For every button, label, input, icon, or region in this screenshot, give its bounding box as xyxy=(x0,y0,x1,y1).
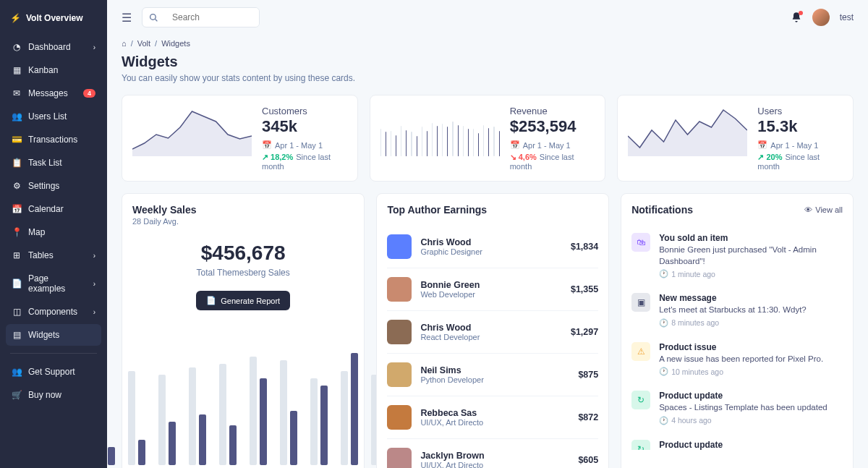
home-icon[interactable]: ⌂ xyxy=(122,39,127,48)
author-role: Python Developer xyxy=(420,375,569,384)
cart-icon: 🛒 xyxy=(12,390,22,400)
author-row[interactable]: Jacklyn Brown UI/UX, Art Directo $605 xyxy=(387,439,598,468)
svg-point-0 xyxy=(150,14,156,20)
cal-icon: 📅 xyxy=(12,204,22,214)
sidebar-item-map[interactable]: 📍 Map xyxy=(6,221,101,243)
author-amount: $875 xyxy=(578,370,598,380)
topbar: ☰ test xyxy=(107,0,868,35)
nav-label: Widgets xyxy=(28,330,59,340)
clock-icon: 🕐 xyxy=(659,318,668,328)
sidebar-item-task-list[interactable]: 📋 Task List xyxy=(6,152,101,174)
weekly-bar xyxy=(158,375,176,465)
author-row[interactable]: Chris Wood Graphic Designer $1,834 xyxy=(387,226,598,268)
sidebar-item-settings[interactable]: ⚙ Settings xyxy=(6,175,101,197)
menu-toggle-icon[interactable]: ☰ xyxy=(122,11,132,25)
nav-label: Transactions xyxy=(28,135,77,145)
calendar-icon: 📅 xyxy=(510,140,520,150)
notification-desc: Let's meet at Starbucks at 11:30. Wdyt? xyxy=(659,305,807,316)
weekly-bar xyxy=(250,357,267,465)
view-all-link[interactable]: 👁 View all xyxy=(804,205,843,214)
bolt-icon: ⚡ xyxy=(10,13,21,23)
sidebar-item-widgets[interactable]: ▤ Widgets xyxy=(6,324,101,346)
chevron-right-icon: › xyxy=(93,308,95,316)
sidebar-item-components[interactable]: ◫ Components › xyxy=(6,301,101,323)
notifications-title: Notifications xyxy=(631,204,693,216)
breadcrumb-page: Widgets xyxy=(161,39,190,48)
nav-footer: 👥 Get Support 🛒 Buy now xyxy=(6,361,101,406)
generate-report-button[interactable]: 📄 Generate Report xyxy=(196,291,290,310)
notification-row[interactable]: ↻ Product update Volt - Admin Dashboard … xyxy=(631,433,838,450)
nav-label: Task List xyxy=(28,158,62,168)
sidebar-item-users-list[interactable]: 👥 Users List xyxy=(6,106,101,127)
chevron-right-icon: › xyxy=(93,252,95,260)
sidebar-item-get-support[interactable]: 👥 Get Support xyxy=(6,361,101,383)
author-role: Graphic Designer xyxy=(420,247,562,256)
author-row[interactable]: Rebbeca Sas UI/UX, Art Directo $872 xyxy=(387,396,598,439)
author-role: React Developer xyxy=(420,333,562,341)
weekly-bar xyxy=(128,371,145,465)
notification-row[interactable]: 🛍 You sold an item Bonnie Green just pur… xyxy=(631,226,838,286)
sidebar-item-buy-now[interactable]: 🛒 Buy now xyxy=(6,384,101,406)
sales-amount: $456,678 xyxy=(132,242,354,265)
notification-time: 🕐 4 hours ago xyxy=(659,416,827,425)
notification-icon: ↻ xyxy=(631,391,650,409)
author-avatar xyxy=(387,362,412,387)
notification-title: Product update xyxy=(659,440,815,450)
clock-icon: 🕐 xyxy=(659,416,668,425)
sidebar-item-kanban[interactable]: ▦ Kanban xyxy=(6,59,101,81)
stat-value: 15.3k xyxy=(757,117,843,136)
page-title: Widgets xyxy=(122,54,854,70)
author-row[interactable]: Bonnie Green Web Developer $1,355 xyxy=(387,268,598,311)
author-role: Web Developer xyxy=(420,290,562,299)
author-row[interactable]: Chris Wood React Developer $1,297 xyxy=(387,311,598,354)
users-icon: 👥 xyxy=(12,111,22,122)
authors-title: Top Author Earnings xyxy=(387,204,487,216)
nav-label: Calendar xyxy=(28,204,64,214)
nav-label: Dashboard xyxy=(28,42,71,52)
search-icon[interactable] xyxy=(142,9,165,27)
author-amount: $1,834 xyxy=(571,242,598,252)
nav-label: Get Support xyxy=(28,367,75,377)
card-icon: 💳 xyxy=(12,135,22,145)
sidebar-item-calendar[interactable]: 📅 Calendar xyxy=(6,198,101,220)
nav-label: Buy now xyxy=(28,390,61,400)
weekly-bar xyxy=(341,353,358,465)
weekly-bar xyxy=(219,364,237,465)
notification-title: Product issue xyxy=(659,342,823,352)
sidebar-item-messages[interactable]: ✉ Messages 4 xyxy=(6,82,101,104)
nav: ◔ Dashboard ›▦ Kanban ✉ Messages 4 👥 Use… xyxy=(6,36,101,346)
notification-row[interactable]: ▣ New message Let's meet at Starbucks at… xyxy=(631,286,838,335)
author-avatar xyxy=(387,277,412,302)
search-input[interactable] xyxy=(165,8,259,27)
author-avatar xyxy=(387,448,412,468)
nav-badge: 4 xyxy=(83,89,95,98)
author-name: Rebbeca Sas xyxy=(420,408,569,418)
notifications-icon[interactable] xyxy=(791,12,802,23)
author-row[interactable]: Neil Sims Python Developer $875 xyxy=(387,354,598,396)
author-name: Chris Wood xyxy=(420,237,562,247)
calendar-icon: 📅 xyxy=(757,140,767,150)
notification-desc: A new issue has been reported for Pixel … xyxy=(659,354,823,365)
chevron-right-icon: › xyxy=(93,280,95,288)
sidebar-item-transactions[interactable]: 💳 Transactions xyxy=(6,129,101,150)
sparkline xyxy=(628,106,747,156)
weekly-bar xyxy=(310,378,328,465)
sidebar-item-tables[interactable]: ⊞ Tables › xyxy=(6,244,101,266)
page-subtitle: You can easily show your stats content b… xyxy=(122,73,854,83)
sidebar-item-dashboard[interactable]: ◔ Dashboard › xyxy=(6,36,101,58)
notification-time: 🕐 10 minutes ago xyxy=(659,367,823,376)
brand-label: Volt Overview xyxy=(26,13,82,23)
brand[interactable]: ⚡ Volt Overview xyxy=(6,13,101,23)
notification-row[interactable]: ↻ Product update Spaces - Listings Templ… xyxy=(631,383,838,433)
weekly-bar xyxy=(189,367,206,465)
notification-row[interactable]: ⚠ Product issue A new issue has been rep… xyxy=(631,335,838,384)
stat-delta: ↗ 20%Since last month xyxy=(757,153,843,171)
notification-icon: ↻ xyxy=(631,440,650,450)
view-all-label: View all xyxy=(815,205,843,214)
avatar[interactable] xyxy=(812,9,830,26)
breadcrumb-root[interactable]: Volt xyxy=(137,39,150,48)
notification-title: New message xyxy=(659,293,807,303)
author-role: UI/UX, Art Directo xyxy=(420,461,569,468)
user-name[interactable]: test xyxy=(840,12,854,22)
sidebar-item-page-examples[interactable]: 📄 Page examples › xyxy=(6,268,101,299)
